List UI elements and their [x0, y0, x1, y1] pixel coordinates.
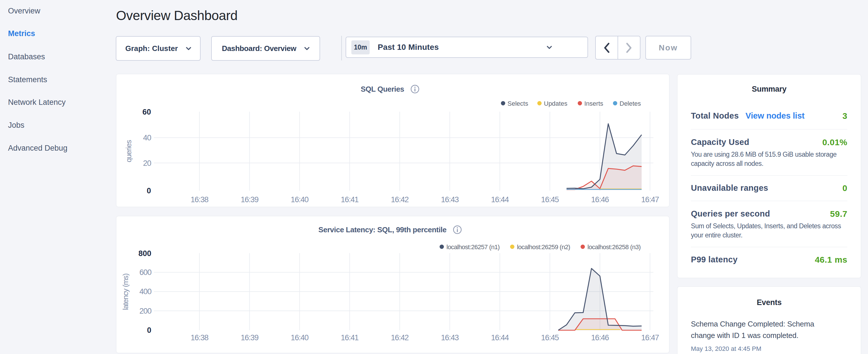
svg-text:16:45: 16:45: [541, 195, 559, 204]
svg-text:16:41: 16:41: [341, 195, 359, 204]
svg-text:16:42: 16:42: [391, 195, 409, 204]
svg-text:16:46: 16:46: [591, 195, 609, 204]
svg-text:0: 0: [147, 326, 151, 334]
svg-text:16:46: 16:46: [591, 333, 609, 342]
svg-text:queries: queries: [124, 140, 133, 162]
svg-text:60: 60: [143, 108, 151, 116]
svg-text:40: 40: [143, 133, 151, 142]
svg-text:16:38: 16:38: [191, 333, 208, 342]
svg-text:16:44: 16:44: [491, 333, 509, 342]
svg-text:16:43: 16:43: [441, 195, 459, 204]
svg-text:16:40: 16:40: [291, 333, 309, 342]
svg-text:16:42: 16:42: [391, 333, 409, 342]
svg-text:16:47: 16:47: [641, 195, 659, 204]
svg-text:20: 20: [143, 159, 151, 167]
svg-text:16:40: 16:40: [291, 195, 309, 204]
svg-text:16:47: 16:47: [641, 333, 659, 342]
svg-text:16:43: 16:43: [441, 333, 459, 342]
svg-text:16:44: 16:44: [491, 195, 509, 204]
svg-text:600: 600: [140, 268, 152, 277]
svg-text:latency (ms): latency (ms): [121, 273, 130, 310]
svg-text:800: 800: [138, 249, 151, 258]
svg-text:200: 200: [140, 307, 152, 315]
svg-text:16:38: 16:38: [191, 195, 208, 204]
svg-text:0: 0: [147, 187, 151, 195]
svg-text:16:39: 16:39: [241, 195, 258, 204]
svg-text:16:41: 16:41: [341, 333, 359, 342]
svg-text:400: 400: [140, 287, 152, 296]
svg-text:16:45: 16:45: [541, 333, 559, 342]
svg-text:16:39: 16:39: [241, 333, 258, 342]
